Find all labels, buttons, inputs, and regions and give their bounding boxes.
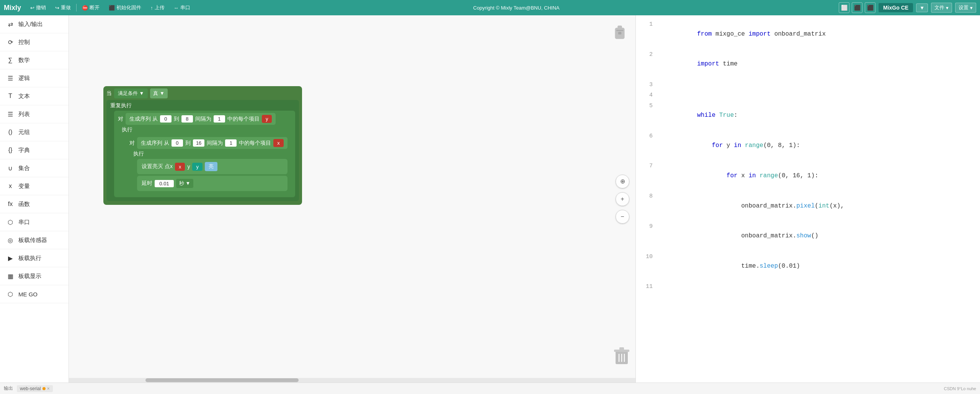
sec-dropdown[interactable]: 秒 ▼ <box>176 179 193 188</box>
sidebar-item-dict[interactable]: {} 字典 <box>0 141 69 159</box>
var-y[interactable]: y <box>262 115 272 123</box>
code-line-3: 3 <box>636 80 980 90</box>
sidebar-item-logic[interactable]: ☰ 逻辑 <box>0 69 69 87</box>
code-line-5: 5 while True: <box>636 101 980 131</box>
line-content-6: for y in range(0, 8, 1): <box>659 131 980 161</box>
scrollbar-thumb[interactable] <box>145 378 299 382</box>
view-icon-1[interactable]: ⬜ <box>839 2 849 13</box>
view-icon-3[interactable]: ⬛ <box>865 2 875 13</box>
brand-dropdown[interactable]: ▼ <box>916 3 928 12</box>
list-icon: ☰ <box>6 110 15 118</box>
sidebar-item-text[interactable]: T 文本 <box>0 87 69 105</box>
code-line-2: 2 import time <box>636 49 980 80</box>
interval-val-1[interactable]: 1 <box>214 115 225 123</box>
copyright-text: Copyright © Mixly Team@BNU, CHINA <box>196 5 837 11</box>
to-val-1[interactable]: 8 <box>181 115 193 123</box>
divider <box>76 4 77 11</box>
sidebar-item-function[interactable]: fx 函数 <box>0 195 69 213</box>
serial-tab[interactable]: web-serial × <box>17 385 53 392</box>
code-line-7: 7 for x in range(0, 16, 1): <box>636 161 980 191</box>
sidebar-item-mego[interactable]: ⬡ ME GO <box>0 285 69 303</box>
to-val-2[interactable]: 16 <box>193 139 204 147</box>
sidebar-item-math[interactable]: ∑ 数学 <box>0 51 69 69</box>
sidebar-item-variable[interactable]: x 变量 <box>0 177 69 195</box>
sidebar-item-io[interactable]: ⇄ 输入/输出 <box>0 15 69 33</box>
sidebar-item-onboard-display[interactable]: ▦ 板载显示 <box>0 267 69 285</box>
sidebar-item-tuple[interactable]: () 元组 <box>0 123 69 141</box>
settings-menu[interactable]: 设置 ▾ <box>955 3 976 13</box>
sidebar-item-onboard-exec[interactable]: ▶ 板载执行 <box>0 249 69 267</box>
io-icon: ⇄ <box>6 20 15 28</box>
code-line-11: 11 <box>636 281 980 292</box>
topbar: Mixly ↩ 撤销 ↪ 重做 ⛔ 断开 ⬛ 初始化固件 ↑ 上传 ↔ 串口 C… <box>0 0 980 15</box>
line-content-5: while True: <box>659 101 980 131</box>
redo-button[interactable]: ↪ 重做 <box>51 3 75 13</box>
undo-button[interactable]: ↩ 撤销 <box>26 3 50 13</box>
sidebar-item-control[interactable]: ⟳ 控制 <box>0 33 69 51</box>
code-line-9: 9 onboard_matrix.show() <box>636 221 980 252</box>
sidebar-item-list[interactable]: ☰ 列表 <box>0 105 69 123</box>
zoom-out-button[interactable]: − <box>616 210 629 224</box>
serial-button[interactable]: ↔ 串口 <box>170 3 194 13</box>
canvas-controls: ⊕ + − <box>616 175 629 224</box>
bottombar: 输出 web-serial × CSDN 9°Lo nuhe <box>0 383 980 394</box>
zoom-in-button[interactable]: + <box>616 192 629 206</box>
control-icon: ⟳ <box>6 38 15 46</box>
canvas-area[interactable]: 当 满足条件 ▼ 真 ▼ 重复执行 对 生成序列 从 <box>69 15 635 383</box>
from-val-2[interactable]: 0 <box>172 139 183 147</box>
redo-icon: ↪ <box>55 5 59 11</box>
sidebar-item-set[interactable]: ∪ 集合 <box>0 159 69 177</box>
line-content-8: onboard_matrix.pixel(int(x), <box>659 191 980 221</box>
line-number-9: 9 <box>636 222 659 231</box>
output-label: 输出 <box>4 385 13 392</box>
interval-val-2[interactable]: 1 <box>225 139 237 147</box>
bright-btn[interactable]: 亮 <box>205 162 217 171</box>
line-content-4 <box>659 90 980 100</box>
interval-label-2: 间隔为 <box>207 140 223 147</box>
var-x[interactable]: x <box>273 139 284 147</box>
code-line-1: 1 from mixgo_ce import onboard_matrix <box>636 19 980 49</box>
line-number-2: 2 <box>636 50 659 59</box>
upload-button[interactable]: ↑ 上传 <box>147 3 168 13</box>
upload-icon: ↑ <box>150 5 153 11</box>
sidebar-item-onboard-sensor[interactable]: ◎ 板载传感器 <box>0 231 69 249</box>
init-firmware-button[interactable]: ⬛ 初始化固件 <box>105 3 145 13</box>
pixel-y-var[interactable]: y <box>192 163 203 171</box>
line-number-1: 1 <box>636 20 659 29</box>
center-view-button[interactable]: ⊕ <box>616 175 629 188</box>
condition-dropdown[interactable]: 满足条件 ▼ <box>114 88 148 98</box>
sequence-label-2: 生成序列 从 <box>141 140 169 147</box>
line-number-11: 11 <box>636 282 659 291</box>
disconnect-button[interactable]: ⛔ 断开 <box>78 3 103 13</box>
view-icons: ⬜ ⬛ ⬛ <box>839 2 875 13</box>
file-menu[interactable]: 文件 ▾ <box>931 3 952 13</box>
delay-val[interactable]: 0.01 <box>155 180 174 187</box>
set-icon: ∪ <box>6 164 15 172</box>
from-val-1[interactable]: 0 <box>160 115 172 123</box>
variable-icon: x <box>6 182 15 190</box>
function-icon: fx <box>6 200 15 208</box>
line-number-10: 10 <box>636 252 659 262</box>
view-icon-2[interactable]: ⬛ <box>852 2 862 13</box>
mego-icon: ⬡ <box>6 290 15 298</box>
pixel-x-var[interactable]: x <box>175 163 185 171</box>
onboard-exec-icon: ▶ <box>6 254 15 262</box>
code-line-10: 10 time.sleep(0.01) <box>636 252 980 282</box>
topbar-right: ⬜ ⬛ ⬛ MixGo CE ▼ 文件 ▾ 设置 ▾ <box>839 2 976 13</box>
close-tab-button[interactable]: × <box>47 386 50 391</box>
onboard-sensor-icon: ◎ <box>6 236 15 244</box>
canvas-scrollbar[interactable] <box>69 378 635 383</box>
each-label-2: 中的每个项目 <box>239 140 271 147</box>
true-dropdown[interactable]: 真 ▼ <box>150 88 167 98</box>
logic-icon: ☰ <box>6 74 15 82</box>
trash-icon[interactable] <box>614 347 629 367</box>
line-number-4: 4 <box>636 91 659 100</box>
sidebar-item-serial[interactable]: ⬡ 串口 <box>0 213 69 231</box>
set-pixel-block: 设置亮灭 点x x y y 亮 <box>137 159 287 174</box>
main-content: ⇄ 输入/输出 ⟳ 控制 ∑ 数学 ☰ 逻辑 T 文本 ☰ 列表 () 元组 {… <box>0 15 980 383</box>
sidebar: ⇄ 输入/输出 ⟳ 控制 ∑ 数学 ☰ 逻辑 T 文本 ☰ 列表 () 元组 {… <box>0 15 69 383</box>
to-label-2: 到 <box>185 140 191 147</box>
svg-rect-1 <box>617 26 622 29</box>
line-content-2: import time <box>659 50 980 79</box>
line-content-11 <box>659 282 980 292</box>
